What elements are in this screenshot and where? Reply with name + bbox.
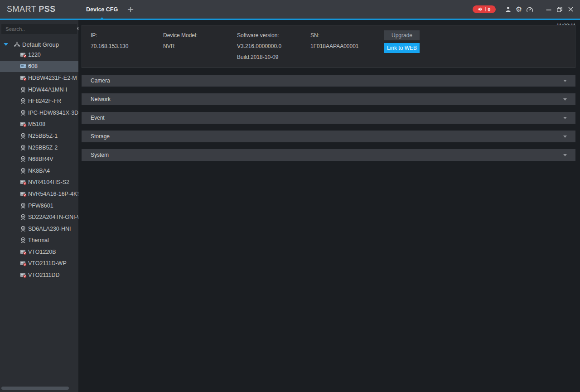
build-value: Build:2018-10-09	[237, 54, 278, 60]
device-tree-item[interactable]: NVR4104HS-S2	[0, 177, 78, 189]
software-version-value: V3.216.0000000.0	[237, 43, 281, 49]
expand-arrow-icon[interactable]	[4, 43, 8, 46]
camera-offline-icon	[20, 179, 27, 185]
restore-icon[interactable]	[554, 4, 565, 15]
device-tree-item[interactable]: M5108	[0, 119, 78, 131]
camera-online-icon	[20, 214, 27, 220]
device-info-panel: IP: 70.168.153.130 Device Model: NVR Sof…	[82, 25, 575, 68]
device-label: SD22A204TN-GNI-W	[28, 214, 78, 220]
device-tree-item[interactable]: NVR54A16-16P-4KS	[0, 188, 78, 200]
device-label: VTO1220B	[28, 249, 56, 255]
device-label: IPC-HDW8341X-3D	[28, 110, 78, 116]
alarm-counter-button[interactable]: 0	[473, 5, 496, 13]
device-label: NK8BA4	[28, 168, 50, 174]
device-tree-item[interactable]: IPC-HDW8341X-3D	[0, 107, 78, 119]
camera-offline-icon	[20, 52, 27, 58]
camera-offline-icon	[20, 249, 27, 255]
gear-icon[interactable]: ⚙	[513, 4, 524, 15]
device-tree-item[interactable]: VTO2111D-WP	[0, 258, 78, 270]
accordion-section[interactable]: Network	[82, 93, 575, 105]
camera-offline-icon	[20, 272, 27, 278]
ip-value: 70.168.153.130	[91, 43, 128, 49]
chevron-down-icon	[563, 98, 567, 101]
device-label: PFW8601	[28, 203, 53, 209]
camera-online-icon	[20, 156, 27, 162]
device-label: NVR4104HS-S2	[28, 179, 69, 185]
accordion-section[interactable]: System	[82, 149, 575, 161]
section-label: Network	[91, 96, 111, 102]
device-tree-item[interactable]: Thermal	[0, 235, 78, 247]
pill-divider	[485, 7, 486, 11]
chevron-down-icon	[563, 154, 567, 156]
speaker-icon	[478, 7, 483, 12]
chevron-down-icon	[563, 117, 567, 119]
device-label: M5108	[28, 121, 45, 127]
brand-pss: PSS	[39, 5, 56, 14]
user-icon[interactable]	[503, 4, 513, 15]
window-controls	[543, 4, 576, 15]
device-label: VTO2111D-WP	[28, 260, 67, 266]
nvr-device-icon	[20, 63, 27, 69]
titlebar: SMART PSS Device CFG + 0	[0, 0, 580, 19]
device-tree-item[interactable]: PFW8601	[0, 200, 78, 212]
accordion-section[interactable]: Storage	[82, 131, 575, 142]
new-tab-button[interactable]: +	[127, 0, 134, 19]
tree-group-default[interactable]: Default Group	[0, 39, 78, 50]
minimize-icon[interactable]	[543, 4, 554, 15]
accordion-section[interactable]: Camera	[82, 75, 575, 87]
sn-value: 1F018AAPAA00001	[310, 43, 359, 49]
camera-online-icon	[20, 87, 27, 93]
camera-offline-icon	[20, 75, 27, 81]
chevron-down-icon	[563, 80, 567, 82]
sn-label: SN:	[310, 32, 319, 39]
device-label: N25BB5Z-2	[28, 145, 58, 151]
device-tree-item[interactable]: HF8242F-FR	[0, 95, 78, 107]
device-tree-item[interactable]: N68BR4V	[0, 153, 78, 165]
device-tree-item[interactable]: HDBW4231F-E2-M	[0, 72, 78, 84]
device-list: 1220 608	[0, 49, 78, 281]
close-icon[interactable]	[565, 4, 576, 15]
device-tree-item[interactable]: HDW44A1MN-I	[0, 84, 78, 96]
section-label: Event	[91, 115, 105, 121]
model-label: Device Model:	[163, 32, 198, 39]
device-tree-item[interactable]: VTO2111DD	[0, 269, 78, 281]
device-cfg-content: 11:09:11 IP: 70.168.153.130 Device Model…	[78, 20, 580, 392]
camera-offline-icon	[20, 191, 27, 197]
camera-online-icon	[20, 110, 27, 116]
device-tree-item[interactable]: N25BB5Z-2	[0, 142, 78, 154]
camera-offline-icon	[20, 121, 27, 127]
device-tree-item[interactable]: VTO1220B	[0, 246, 78, 258]
camera-online-icon	[20, 203, 27, 209]
accordion-section[interactable]: Event	[82, 112, 575, 124]
device-label: N68BR4V	[28, 156, 53, 162]
search-input[interactable]	[1, 26, 77, 32]
device-label: HF8242F-FR	[28, 98, 61, 104]
section-label: Storage	[91, 133, 110, 140]
device-tree-item[interactable]: SD22A204TN-GNI-W	[0, 211, 78, 223]
section-label: Camera	[91, 77, 110, 84]
alarm-count: 0	[488, 7, 491, 12]
device-tree-item[interactable]: N25BB5Z-1	[0, 130, 78, 142]
device-tree-item[interactable]: SD6ALA230-HNI	[0, 223, 78, 235]
device-tree-item[interactable]: 1220	[0, 49, 78, 61]
device-tree-sidebar: Default Group	[0, 20, 78, 392]
tab-label: Device CFG	[86, 6, 118, 13]
device-label: N25BB5Z-1	[28, 133, 58, 139]
tab-device-cfg[interactable]: Device CFG	[81, 0, 123, 19]
camera-online-icon	[20, 226, 27, 232]
horizontal-scrollbar-thumb[interactable]	[1, 387, 69, 390]
device-label: Thermal	[28, 237, 49, 243]
model-value: NVR	[163, 43, 174, 49]
brand-smart: SMART	[7, 5, 36, 14]
upgrade-button[interactable]: Upgrade	[384, 30, 420, 40]
ip-label: IP:	[91, 32, 97, 39]
camera-online-icon	[20, 133, 27, 139]
device-tree-item[interactable]: NK8BA4	[0, 165, 78, 177]
camera-offline-icon	[20, 260, 27, 266]
link-to-web-button[interactable]: Link to WEB	[384, 43, 420, 53]
gauge-icon[interactable]	[524, 4, 535, 15]
device-label: HDBW4231F-E2-M	[28, 75, 77, 81]
device-tree-item[interactable]: 608	[0, 61, 78, 73]
camera-online-icon	[20, 98, 27, 104]
group-sitemap-icon	[14, 42, 20, 48]
